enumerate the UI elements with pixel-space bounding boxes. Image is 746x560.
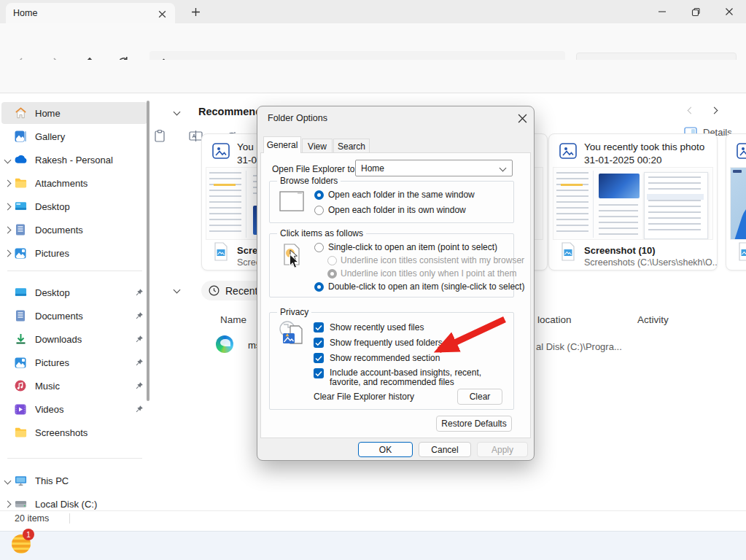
restore-defaults-button[interactable]: Restore Defaults [436, 416, 512, 432]
recent-collapse-icon[interactable] [174, 287, 181, 294]
pictures-icon [13, 356, 28, 369]
sidebar-item-downloads[interactable]: Downloads [1, 328, 147, 350]
command-bar: New Sort View Filter ... Detail [0, 60, 746, 93]
radio-single-click[interactable] [314, 243, 324, 252]
tab-view[interactable]: View [302, 139, 333, 153]
column-header-name[interactable]: Name [220, 314, 246, 325]
sidebar: Home Gallery Rakesh - Personal Attachmen… [0, 93, 151, 510]
checkbox-account-insights[interactable] [314, 368, 324, 378]
restore-defaults-label: Restore Defaults [441, 419, 506, 429]
column-header-location[interactable]: location [537, 314, 572, 325]
sidebar-item-music[interactable]: Music [1, 375, 147, 397]
recommended-card[interactable] [726, 133, 746, 271]
sidebar-item-label: Documents [35, 225, 147, 236]
folder-icon [13, 176, 28, 190]
document-icon [13, 223, 28, 236]
column-header-activity[interactable]: Activity [637, 314, 669, 325]
radio-underline-browser-label: Underline icon titles consistent with my… [341, 255, 524, 265]
sidebar-item-desktop[interactable]: Desktop [1, 195, 147, 217]
tab-title: Home [13, 8, 37, 18]
new-tab-icon[interactable] [191, 7, 201, 17]
clear-button[interactable]: Clear [457, 389, 502, 405]
sidebar-item-screenshots[interactable]: Screenshots [1, 421, 147, 443]
collapse-chevron-icon[interactable] [4, 477, 11, 484]
browse-window-icon [279, 190, 305, 212]
sidebar-item-desktop-pinned[interactable]: Desktop [1, 281, 147, 303]
sidebar-item-label: Pictures [35, 248, 147, 259]
annotation-arrow [405, 312, 515, 370]
radio-own-window-label[interactable]: Open each folder in its own window [328, 205, 466, 215]
paste-icon[interactable] [153, 129, 166, 143]
disk-drive-icon [13, 497, 28, 510]
sidebar-item-pictures[interactable]: Pictures [1, 242, 147, 264]
sidebar-item-label: Desktop [35, 201, 147, 212]
sidebar-item-label: Rakesh - Personal [35, 155, 147, 166]
checkbox-recommended-section[interactable] [314, 353, 324, 363]
tab-general[interactable]: General [263, 136, 301, 153]
checkbox-frequent-folders[interactable] [314, 338, 324, 348]
antivirus-tray-icon[interactable]: 1 [12, 531, 34, 553]
sidebar-item-this-pc[interactable]: This PC [1, 470, 147, 491]
open-to-value: Home [361, 163, 384, 174]
radio-same-window[interactable] [314, 190, 324, 200]
checkbox-account-insights-label[interactable]: Include account-based insights, recent, … [330, 368, 510, 387]
recommended-collapse-icon[interactable] [174, 109, 181, 116]
cancel-button[interactable]: Cancel [419, 442, 471, 457]
ok-button[interactable]: OK [358, 442, 413, 457]
sidebar-item-label: Videos [35, 404, 131, 415]
recommended-card[interactable]: You recently took this photo 31-01-2025 … [548, 133, 718, 271]
minimize-icon [658, 7, 667, 16]
taskbar: 1 Search [0, 531, 746, 560]
sidebar-item-label: Home [35, 108, 147, 119]
radio-own-window[interactable] [314, 206, 324, 215]
tab-view-label: View [308, 141, 327, 152]
expand-chevron-icon[interactable] [4, 179, 11, 187]
collapse-chevron-icon[interactable] [4, 156, 11, 163]
click-items-group: Click items as follows Single-click to o… [269, 233, 514, 298]
pin-icon [131, 405, 147, 413]
sidebar-item-gallery[interactable]: Gallery [1, 125, 147, 147]
privacy-legend: Privacy [277, 307, 311, 317]
radio-single-click-label[interactable]: Single-click to open an item (point to s… [328, 242, 497, 252]
checkbox-recent-files[interactable] [314, 322, 324, 332]
sidebar-item-videos[interactable]: Videos [1, 398, 147, 420]
close-button[interactable] [712, 0, 746, 23]
radio-double-click-label[interactable]: Double-click to open an item (single-cli… [328, 281, 524, 292]
maximize-button[interactable] [679, 0, 712, 23]
sidebar-item-attachments[interactable]: Attachments [1, 172, 147, 194]
open-to-dropdown[interactable]: Home [355, 160, 513, 176]
expand-chevron-icon[interactable] [4, 203, 11, 210]
radio-same-window-label[interactable]: Open each folder in the same window [328, 190, 475, 200]
folder-options-dialog: Folder Options General View Search Open … [257, 106, 535, 461]
card-title: You recently took this photo [584, 141, 704, 152]
recent-row-location[interactable]: al Disk (C:)\Progra... [536, 341, 622, 352]
sidebar-scrollbar[interactable] [147, 101, 149, 401]
sidebar-item-documents-pinned[interactable]: Documents [1, 305, 147, 327]
dialog-close-icon[interactable] [518, 114, 527, 123]
tab-close-icon[interactable] [158, 9, 167, 19]
expand-chevron-icon[interactable] [4, 226, 11, 233]
expand-chevron-icon[interactable] [4, 249, 11, 257]
pin-icon [131, 311, 147, 320]
tab-search[interactable]: Search [333, 139, 370, 153]
carousel-next-icon[interactable] [711, 107, 718, 114]
recent-title: Recent [225, 285, 257, 297]
ok-label: OK [379, 445, 392, 455]
explorer-tab[interactable]: Home [6, 3, 175, 23]
expand-chevron-icon[interactable] [4, 500, 11, 508]
sidebar-item-documents[interactable]: Documents [1, 219, 147, 241]
radio-double-click[interactable] [314, 282, 324, 292]
clear-history-label: Clear File Explorer history [314, 392, 414, 402]
privacy-files-icon [277, 320, 306, 348]
photo-icon [212, 143, 230, 159]
pin-icon [131, 381, 147, 390]
sidebar-item-onedrive[interactable]: Rakesh - Personal [1, 149, 147, 171]
sidebar-item-label: Desktop [35, 287, 131, 298]
sidebar-item-home[interactable]: Home [1, 102, 147, 124]
apply-button[interactable]: Apply [477, 442, 528, 457]
sidebar-item-pictures-pinned[interactable]: Pictures [1, 351, 147, 373]
radio-underline-point-label: Underline icon titles only when I point … [341, 268, 516, 279]
carousel-prev-icon[interactable] [688, 107, 695, 114]
restore-icon [691, 7, 701, 17]
minimize-button[interactable] [645, 0, 679, 23]
